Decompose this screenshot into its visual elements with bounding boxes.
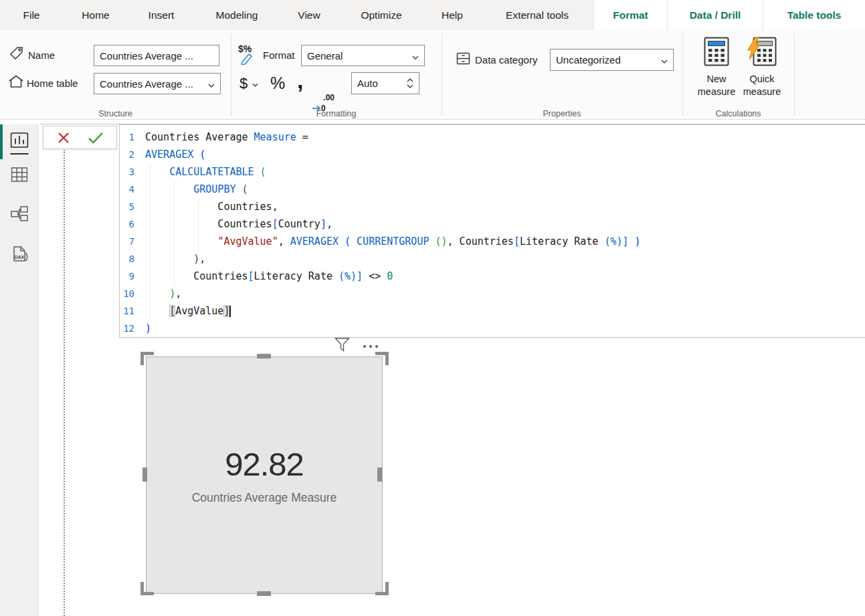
report-view-icon[interactable] <box>10 132 28 155</box>
formula-commit-bar <box>43 126 117 149</box>
code-line[interactable]: 7 "AvgValue", AVERAGEX ( CURRENTGROUP ()… <box>120 233 865 250</box>
model-view-icon[interactable] <box>11 206 28 224</box>
quick-measure-icon <box>747 37 777 69</box>
indent-guide <box>150 165 151 320</box>
table-view-icon[interactable] <box>11 167 27 185</box>
visual-header-toolbar <box>334 337 379 355</box>
tab-data-drill[interactable]: Data / Drill <box>667 0 763 30</box>
x-icon <box>57 131 70 144</box>
thousands-separator-button[interactable]: , <box>297 74 303 94</box>
chevron-down-icon <box>208 78 215 90</box>
line-number: 10 <box>120 285 137 302</box>
dax-query-view-icon[interactable]: DAX <box>9 245 29 266</box>
code-line[interactable]: 10 ), <box>120 285 865 302</box>
line-number: 8 <box>120 250 137 268</box>
tab-insert[interactable]: Insert <box>149 0 175 30</box>
dax-editor[interactable]: 1Countries Average Measure =2AVERAGEX (3… <box>119 124 865 338</box>
tab-help[interactable]: Help <box>442 0 463 30</box>
tab-optimize[interactable]: Optimize <box>361 0 401 30</box>
data-category-icon <box>456 52 470 65</box>
format-label: Format <box>263 49 295 61</box>
name-label: Name <box>28 49 55 61</box>
calculator-icon <box>704 37 729 69</box>
group-separator <box>231 34 231 116</box>
card-visual[interactable]: 92.82 Countries Average Measure <box>146 356 383 594</box>
chevron-up-icon[interactable] <box>407 78 413 82</box>
data-category-label: Data category <box>475 54 537 66</box>
line-number: 12 <box>120 320 137 337</box>
group-separator <box>794 34 795 116</box>
chevron-down-icon[interactable] <box>407 84 413 88</box>
data-category-value: Uncategorized <box>556 54 621 66</box>
tab-table-tools[interactable]: Table tools <box>763 0 865 30</box>
chevron-down-icon <box>661 54 668 66</box>
line-number: 4 <box>120 181 137 198</box>
resize-handle-right[interactable] <box>377 468 382 482</box>
home-icon <box>8 74 24 89</box>
group-separator <box>682 34 683 116</box>
card-value: 92.82 <box>225 445 304 483</box>
code-line[interactable]: 6 Countries[Country], <box>120 215 865 233</box>
quick-measure-button[interactable]: Quick measure <box>739 37 785 98</box>
check-icon <box>88 132 104 144</box>
auto-value: Auto <box>357 78 378 89</box>
code-line[interactable]: 11 [AvgValue] <box>120 302 865 320</box>
data-category-dropdown[interactable]: Uncategorized <box>550 49 674 71</box>
cancel-button[interactable] <box>57 131 70 144</box>
indent-guide <box>198 200 199 251</box>
tab-format[interactable]: Format <box>593 0 667 30</box>
group-separator <box>442 34 442 116</box>
code-line[interactable]: 2AVERAGEX ( <box>120 146 865 163</box>
currency-format-button[interactable]: $ <box>239 73 258 94</box>
new-measure-label: New measure <box>693 73 740 98</box>
tab-file[interactable]: File <box>23 0 40 30</box>
home-table-dropdown[interactable]: Countries Average ... <box>94 73 221 94</box>
resize-handle-top-right[interactable] <box>375 352 389 365</box>
more-options-icon[interactable] <box>362 342 379 350</box>
resize-handle-bottom[interactable] <box>257 591 271 596</box>
view-switcher-sidebar: DAX <box>0 124 39 616</box>
calculations-group-label: Calculations <box>682 109 794 118</box>
resize-handle-bottom-left[interactable] <box>140 582 154 595</box>
resize-handle-left[interactable] <box>142 468 147 482</box>
code-line[interactable]: 4 GROUPBY ( <box>120 181 865 198</box>
format-value: General <box>307 50 343 62</box>
code-line[interactable]: 3 CALCULATETABLE ( <box>120 163 865 181</box>
line-number: 6 <box>120 215 137 233</box>
percent-format-button[interactable]: % <box>270 72 285 94</box>
indent-guide <box>174 183 175 286</box>
code-line[interactable]: 1Countries Average Measure = <box>120 128 865 146</box>
tag-icon <box>9 46 24 61</box>
code-line[interactable]: 5 Countries, <box>120 198 865 215</box>
filter-funnel-icon[interactable] <box>334 337 350 355</box>
line-number: 5 <box>120 198 137 215</box>
quick-measure-label: Quick measure <box>739 73 785 98</box>
measure-name-input[interactable] <box>94 45 219 66</box>
code-line[interactable]: 9 Countries[Literacy Rate (%)] <> 0 <box>120 268 865 285</box>
decimal-places-stepper[interactable]: Auto <box>351 72 419 94</box>
home-table-label: Home table <box>27 78 78 89</box>
tab-view[interactable]: View <box>298 0 320 30</box>
tab-bar: File Home Insert Modeling View Optimize … <box>0 0 865 30</box>
tab-modeling[interactable]: Modeling <box>216 0 258 30</box>
chevron-down-icon <box>412 50 419 62</box>
resize-handle-top-left[interactable] <box>140 352 154 365</box>
commit-button[interactable] <box>88 132 104 144</box>
format-icon: $% <box>238 45 258 65</box>
line-number: 2 <box>120 146 137 163</box>
code-line[interactable]: 12) <box>120 320 865 337</box>
tab-home[interactable]: Home <box>82 0 109 30</box>
structure-group-label: Structure <box>0 109 231 118</box>
page-boundary-guide <box>64 150 65 616</box>
resize-handle-bottom-right[interactable] <box>375 582 389 595</box>
tab-external-tools[interactable]: External tools <box>506 0 569 30</box>
new-measure-button[interactable]: New measure <box>693 37 740 98</box>
card-label: Countries Average Measure <box>192 491 337 505</box>
active-view-indicator <box>0 124 3 159</box>
resize-handle-top[interactable] <box>257 354 271 358</box>
line-number: 7 <box>120 233 137 250</box>
code-line[interactable]: 8 ), <box>120 250 865 268</box>
dax-editor-lines: 1Countries Average Measure =2AVERAGEX (3… <box>120 128 865 337</box>
format-dropdown[interactable]: General <box>301 45 425 66</box>
home-table-value: Countries Average ... <box>100 78 193 90</box>
